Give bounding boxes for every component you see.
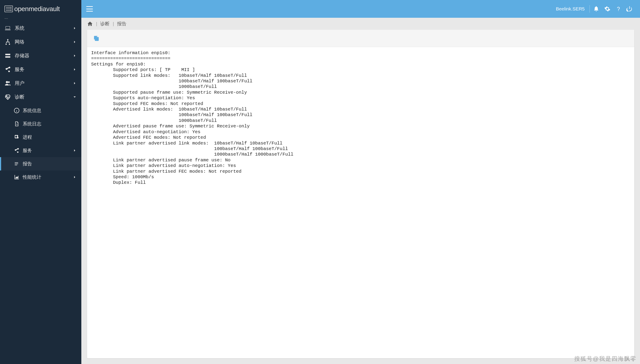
power-icon (626, 6, 633, 12)
chevron-right-icon (72, 26, 77, 30)
notes-icon (14, 161, 20, 167)
sidebar-subitem-syslog[interactable]: 系统日志 (0, 117, 81, 130)
sidebar-item-storage[interactable]: 存储器 (0, 49, 81, 62)
sidebar-item-label: 网络 (15, 38, 72, 45)
share-icon (5, 66, 11, 73)
users-icon (5, 80, 11, 86)
sidebar-item-label: 性能统计 (23, 174, 72, 180)
chevron-right-icon (72, 81, 77, 86)
copy-button[interactable] (93, 35, 100, 42)
breadcrumb-separator: | (96, 21, 97, 26)
settings-button[interactable] (602, 3, 613, 14)
report-text: Interface information enp1s0: ==========… (91, 50, 630, 186)
report-body[interactable]: Interface information enp1s0: ==========… (87, 47, 634, 358)
sidebar-item-network[interactable]: 网络 (0, 35, 81, 49)
sidebar-item-label: 系统信息 (23, 108, 77, 114)
content: Interface information enp1s0: ==========… (81, 30, 640, 364)
sidebar-subitem-processes[interactable]: 进程 (0, 130, 81, 144)
sidebar-item-label: 服务 (23, 148, 72, 154)
network-icon (5, 38, 11, 45)
main-area: Beelink.SER5 | 诊断 | 报告 Interface (81, 0, 640, 364)
chevron-down-icon (72, 95, 77, 99)
chevron-right-icon (72, 67, 77, 72)
topbar: Beelink.SER5 (81, 0, 640, 18)
sidebar-nav: 系统 网络 存储器 服务 用户 (0, 21, 81, 364)
sidebar-subitem-report[interactable]: 报告 (0, 157, 81, 170)
dashes-decoration: --- (0, 16, 81, 20)
sidebar-item-label: 系统 (15, 25, 72, 32)
sidebar-item-diagnostics[interactable]: 诊断 (0, 90, 81, 104)
brand-logo[interactable]: openmediavault (0, 0, 81, 18)
sidebar-item-label: 系统日志 (23, 121, 77, 127)
divider (589, 5, 590, 13)
breadcrumb-separator: | (113, 21, 114, 26)
sidebar-item-users[interactable]: 用户 (0, 76, 81, 90)
power-button[interactable] (624, 3, 635, 14)
brand-text: openmediavault (14, 5, 60, 13)
sidebar-item-label: 用户 (15, 80, 72, 86)
sidebar-subitem-services[interactable]: 服务 (0, 144, 81, 157)
sidebar-item-label: 服务 (15, 66, 72, 73)
help-icon (615, 6, 621, 12)
sidebar-subitem-sysinfo[interactable]: 系统信息 (0, 104, 81, 117)
chart-icon (14, 174, 20, 180)
copy-icon (93, 35, 100, 42)
sidebar-item-label: 报告 (23, 161, 77, 167)
breadcrumb-diagnostic[interactable]: 诊断 (100, 21, 110, 27)
hostname-label: Beelink.SER5 (556, 6, 585, 12)
share-icon (14, 148, 20, 153)
report-card: Interface information enp1s0: ==========… (87, 30, 634, 358)
notifications-button[interactable] (591, 3, 602, 14)
help-button[interactable] (613, 3, 624, 14)
sidebar: openmediavault --- 系统 网络 存储器 服务 (0, 0, 81, 364)
chevron-right-icon (72, 54, 77, 58)
active-indicator (0, 157, 1, 170)
sidebar-item-label: 存储器 (15, 52, 72, 59)
sidebar-item-label: 诊断 (15, 94, 72, 100)
breadcrumb-home[interactable] (87, 21, 93, 27)
breadcrumb-report: 报告 (117, 21, 126, 27)
card-toolbar (87, 30, 634, 47)
sidebar-subitem-performance[interactable]: 性能统计 (0, 170, 81, 184)
heartbeat-icon (5, 94, 11, 100)
cogs-icon (14, 134, 20, 140)
brand-icon (5, 6, 13, 12)
gear-icon (604, 6, 610, 12)
chevron-right-icon (72, 148, 77, 153)
storage-icon (5, 52, 11, 59)
breadcrumb: | 诊断 | 报告 (81, 18, 640, 30)
sidebar-item-services[interactable]: 服务 (0, 62, 81, 76)
sidebar-item-system[interactable]: 系统 (0, 21, 81, 35)
chevron-right-icon (72, 175, 77, 179)
file-icon (14, 121, 20, 127)
info-icon (14, 108, 20, 114)
bell-icon (593, 6, 599, 12)
sidebar-item-label: 进程 (23, 134, 77, 140)
hamburger-menu[interactable] (86, 6, 93, 12)
chevron-right-icon (72, 40, 77, 44)
laptop-icon (5, 25, 11, 32)
